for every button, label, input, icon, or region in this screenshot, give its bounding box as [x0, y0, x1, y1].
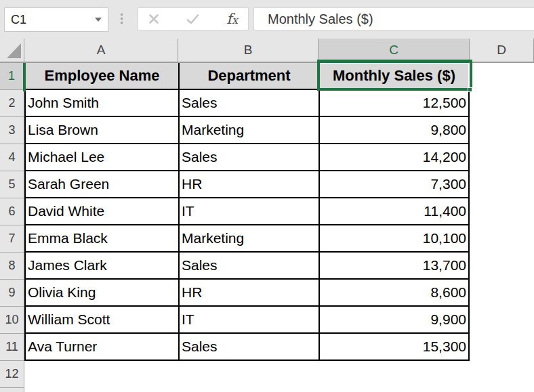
- enter-icon[interactable]: [186, 14, 199, 24]
- row-header-6[interactable]: 6: [0, 198, 24, 225]
- insert-function-icon[interactable]: fx: [226, 11, 238, 27]
- row-header-11[interactable]: 11: [0, 334, 24, 361]
- cell-c7[interactable]: 10,100: [320, 225, 470, 253]
- cell-a4[interactable]: Michael Lee: [26, 144, 180, 171]
- formula-toolbar: fx: [138, 7, 249, 30]
- row-header-3[interactable]: 3: [0, 117, 24, 144]
- formula-bar-panel: C1 fx Monthly Sales ($): [0, 0, 534, 39]
- cell-c4[interactable]: 14,200: [320, 144, 470, 171]
- row-header-5[interactable]: 5: [0, 171, 24, 198]
- cell-b7[interactable]: Marketing: [180, 225, 320, 253]
- row-header-1[interactable]: 1: [0, 63, 24, 90]
- cell-c6[interactable]: 11,400: [320, 198, 470, 225]
- selected-row-indicator: [23, 63, 26, 91]
- cell-b6[interactable]: IT: [180, 198, 320, 225]
- fill-handle[interactable]: [468, 87, 472, 92]
- row-header-10[interactable]: 10: [0, 307, 24, 334]
- cell-c11[interactable]: 15,300: [320, 334, 470, 361]
- select-all-icon: [7, 43, 21, 58]
- row-header-12[interactable]: 12: [0, 361, 24, 388]
- cell-c10[interactable]: 9,900: [320, 307, 470, 334]
- cell-a8[interactable]: James Clark: [26, 253, 180, 280]
- column-header-d[interactable]: D: [470, 39, 534, 63]
- cell-c5[interactable]: 7,300: [320, 171, 470, 198]
- column-header-a[interactable]: A: [24, 39, 178, 63]
- cell-b2[interactable]: Sales: [180, 90, 320, 117]
- cell-b3[interactable]: Marketing: [180, 117, 320, 144]
- row-header-4[interactable]: 4: [0, 144, 24, 171]
- cell-b8[interactable]: Sales: [180, 253, 320, 280]
- cell-b4[interactable]: Sales: [180, 144, 320, 171]
- row-header-9[interactable]: 9: [0, 280, 24, 307]
- cell-b11[interactable]: Sales: [180, 334, 320, 361]
- cell-b5[interactable]: HR: [180, 171, 320, 198]
- cell-a6[interactable]: David White: [26, 198, 180, 225]
- select-all-button[interactable]: [0, 39, 24, 63]
- row-header-13-partial[interactable]: [0, 388, 24, 392]
- cell-a7[interactable]: Emma Black: [26, 225, 180, 253]
- name-box[interactable]: C1: [4, 7, 108, 32]
- cell-b1[interactable]: Department: [180, 63, 320, 90]
- row-header-2[interactable]: 2: [0, 90, 24, 117]
- cell-c2[interactable]: 12,500: [320, 90, 470, 117]
- name-box-value: C1: [5, 13, 26, 27]
- formula-bar[interactable]: Monthly Sales ($): [253, 7, 534, 30]
- drag-handle-icon[interactable]: [121, 14, 123, 24]
- data-table: Employee Name Department Monthly Sales (…: [24, 63, 470, 361]
- row-header-7[interactable]: 7: [0, 225, 24, 253]
- cell-b10[interactable]: IT: [180, 307, 320, 334]
- cancel-icon[interactable]: [148, 14, 159, 24]
- cell-c8[interactable]: 13,700: [320, 253, 470, 280]
- cell-a11[interactable]: Ava Turner: [26, 334, 180, 361]
- cell-a3[interactable]: Lisa Brown: [26, 117, 180, 144]
- cell-c3[interactable]: 9,800: [320, 117, 470, 144]
- row-header-8[interactable]: 8: [0, 253, 24, 280]
- column-header-b[interactable]: B: [178, 39, 319, 63]
- cell-a10[interactable]: William Scott: [26, 307, 180, 334]
- selected-cell-border: [317, 60, 472, 91]
- cell-b9[interactable]: HR: [180, 280, 320, 307]
- cell-a5[interactable]: Sarah Green: [26, 171, 180, 198]
- cell-a2[interactable]: John Smith: [26, 90, 180, 117]
- cell-a9[interactable]: Olivia King: [26, 280, 180, 307]
- formula-bar-value: Monthly Sales ($): [254, 12, 373, 27]
- name-box-dropdown-icon[interactable]: [95, 18, 102, 22]
- cell-c9[interactable]: 8,600: [320, 280, 470, 307]
- cell-a1[interactable]: Employee Name: [26, 63, 180, 90]
